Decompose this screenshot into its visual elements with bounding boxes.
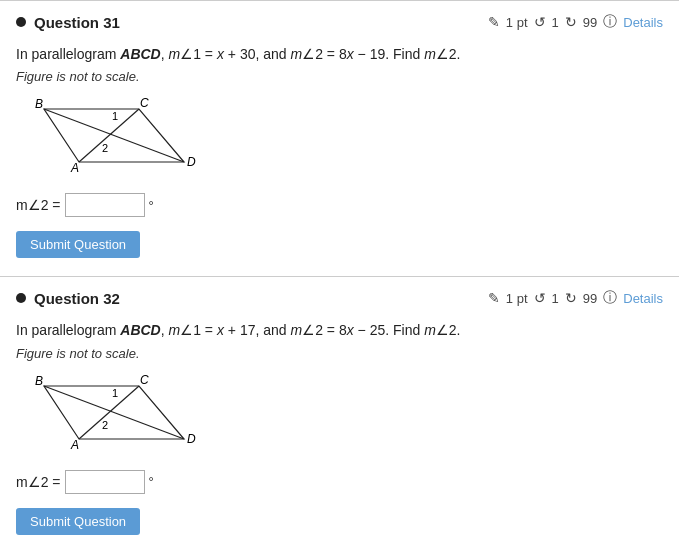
undo-count-32: 1 [552, 291, 559, 306]
svg-line-11 [79, 386, 139, 439]
edit-icon[interactable] [488, 14, 500, 30]
info-icon-32[interactable] [603, 289, 617, 307]
problem-31-text: In parallelogram ABCD, m∠1 = x + 30, and… [16, 43, 663, 65]
parallelogram-31: ABCD [120, 46, 160, 62]
details-32[interactable]: Details [623, 291, 663, 306]
answer-input-32[interactable] [65, 470, 145, 494]
question-31-block: Question 31 1 pt 1 99 Details In paralle… [0, 0, 679, 276]
question-32-block: Question 32 1 pt 1 99 Details In paralle… [0, 276, 679, 535]
svg-text:C: C [140, 96, 149, 110]
svg-line-2 [79, 109, 139, 162]
question-32-meta: 1 pt 1 99 Details [488, 289, 663, 307]
edit-icon-32[interactable] [488, 290, 500, 306]
angle1-eq-31: m∠1 = x + 30 [169, 46, 256, 62]
figure-31: B C D A 1 2 [24, 94, 663, 179]
parallelogram-32: ABCD [120, 322, 160, 338]
degree-31: ° [149, 198, 154, 213]
undo-icon-31[interactable] [534, 14, 546, 30]
question-32-title: Question 32 [16, 290, 120, 307]
question-31-bullet [16, 17, 26, 27]
svg-text:B: B [35, 97, 43, 111]
answer-row-31: m∠2 = ° [16, 193, 663, 217]
answer-input-31[interactable] [65, 193, 145, 217]
redo-icon-32[interactable] [565, 290, 577, 306]
svg-text:C: C [140, 373, 149, 387]
details-31[interactable]: Details [623, 15, 663, 30]
svg-text:2: 2 [102, 142, 108, 154]
submit-button-32[interactable]: Submit Question [16, 508, 140, 535]
and-32: and [263, 322, 286, 338]
find-31: m [424, 46, 436, 62]
question-31-title: Question 31 [16, 14, 120, 31]
degree-32: ° [149, 474, 154, 489]
question-31-meta: 1 pt 1 99 Details [488, 13, 663, 31]
angle2-eq-32: m∠2 = 8x − 25. [291, 322, 390, 338]
answer-label-31: m∠2 = [16, 197, 61, 213]
svg-text:A: A [70, 161, 79, 175]
svg-text:D: D [187, 432, 196, 446]
question-32-header: Question 32 1 pt 1 99 Details [16, 289, 663, 307]
undo-count-31: 1 [552, 15, 559, 30]
redo-count-32: 99 [583, 291, 597, 306]
and-31: and [263, 46, 286, 62]
points-31: 1 pt [506, 15, 528, 30]
svg-text:A: A [70, 438, 79, 452]
svg-text:D: D [187, 155, 196, 169]
answer-label-32: m∠2 = [16, 474, 61, 490]
svg-text:2: 2 [102, 419, 108, 431]
points-32: 1 pt [506, 291, 528, 306]
info-icon-31[interactable] [603, 13, 617, 31]
figure-32: B C D A 1 2 [24, 371, 663, 456]
redo-count-31: 99 [583, 15, 597, 30]
undo-icon-32[interactable] [534, 290, 546, 306]
angle1-eq-32: m∠1 = x + 17 [169, 322, 256, 338]
answer-row-32: m∠2 = ° [16, 470, 663, 494]
figure-note-31: Figure is not to scale. [16, 69, 663, 84]
question-31-header: Question 31 1 pt 1 99 Details [16, 13, 663, 31]
problem-32-text: In parallelogram ABCD, m∠1 = x + 17, and… [16, 319, 663, 341]
angle2-eq-31: m∠2 = 8x − 19. [291, 46, 390, 62]
redo-icon-31[interactable] [565, 14, 577, 30]
svg-text:B: B [35, 374, 43, 388]
find-32: m [424, 322, 436, 338]
svg-text:1: 1 [112, 110, 118, 122]
figure-note-32: Figure is not to scale. [16, 346, 663, 361]
submit-button-31[interactable]: Submit Question [16, 231, 140, 258]
question-32-bullet [16, 293, 26, 303]
svg-text:1: 1 [112, 387, 118, 399]
question-32-number: Question 32 [34, 290, 120, 307]
question-31-number: Question 31 [34, 14, 120, 31]
